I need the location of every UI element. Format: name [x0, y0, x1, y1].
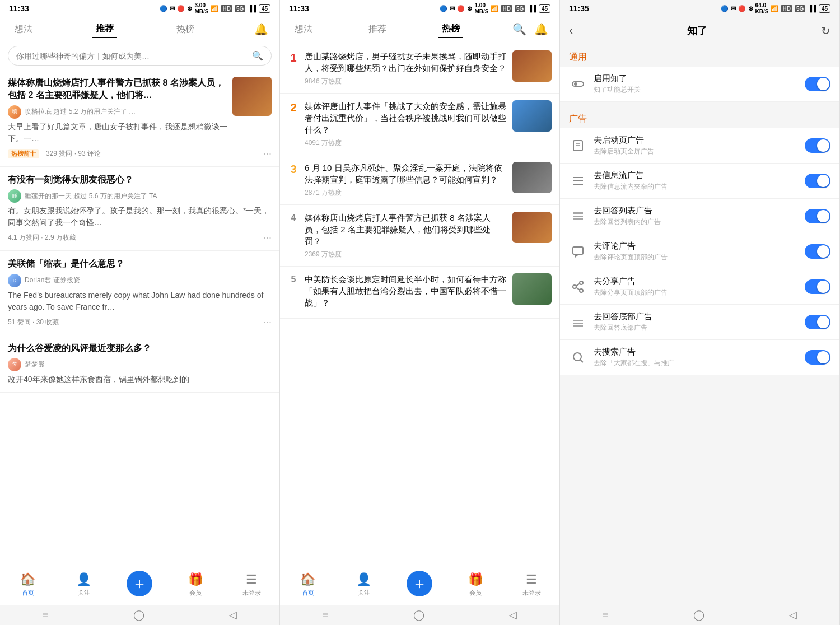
- tab-profile-1[interactable]: ☰ 未登录: [237, 572, 265, 597]
- nav-ideas-1[interactable]: 想法: [11, 21, 36, 38]
- nav-recommend-2[interactable]: 推荐: [365, 21, 390, 38]
- search-icon-2[interactable]: 🔍: [512, 22, 526, 36]
- settings-startup-ad[interactable]: 去启动页广告 去除启动页全屏广告: [560, 128, 839, 164]
- time-1: 11:33: [9, 4, 29, 13]
- tab-home-label-1: 首页: [22, 589, 34, 597]
- svg-point-14: [573, 285, 576, 288]
- feed-author-row-1: 喷 喷格拉底 超过 5.2 万的用户关注了 …: [8, 105, 228, 119]
- answer-list-ad-toggle[interactable]: [805, 209, 830, 223]
- nav-home-circle-3[interactable]: ◯: [693, 609, 704, 621]
- hot-item-3[interactable]: 3 6 月 10 日吴亦凡强奸、聚众淫乱一案开庭，法院将依法择期宣判，庭审透露了…: [280, 155, 559, 205]
- share-ad-text: 去分享广告 去除分享页面顶部的广告: [594, 276, 798, 297]
- member-icon-1: 🎁: [188, 572, 203, 587]
- nav-home-circle-1[interactable]: ◯: [133, 609, 144, 621]
- feed-item-3[interactable]: 美联储「缩表」是什么意思？ D Dorian君 证券投资 The Fed's b…: [0, 251, 279, 335]
- toggle-icon: [571, 77, 585, 91]
- hot-item-1[interactable]: 1 唐山某路烧烤店，男子骚扰女子未果挨骂，随即动手打人，将受到哪些惩罚？出门在外…: [280, 44, 559, 94]
- settings-enable[interactable]: 启用知了 知了功能总开关: [560, 67, 839, 102]
- tab-member-1[interactable]: 🎁 会员: [181, 572, 209, 597]
- settings-answer-list-ad[interactable]: 去回答列表广告 去除回答列表内的广告: [560, 199, 839, 234]
- plus-btn-1[interactable]: ＋: [127, 571, 152, 596]
- tab-home-2[interactable]: 🏠 首页: [294, 572, 322, 597]
- author-3: Dorian君 证券投资: [25, 276, 80, 285]
- comment-ad-toggle[interactable]: [805, 244, 830, 259]
- 5g-badge-2: 5G: [515, 5, 525, 12]
- status-bar-2: 11:33 🔵 ✉ 🔴 ⊛ 1.00MB/S 📶 HD 5G ▐▐ 45: [280, 0, 559, 16]
- nav-menu-3[interactable]: ≡: [603, 609, 609, 621]
- settings-answer-bottom-ad[interactable]: 去回答底部广告 去除回答底部广告: [560, 305, 839, 340]
- feed-more-2[interactable]: ···: [263, 232, 272, 244]
- bell-icon-1[interactable]: 🔔: [254, 22, 268, 36]
- feed-title-1: 媒体称唐山烧烤店打人事件警方已抓获 8 名涉案人员，包括 2 名主要犯罪嫌疑人，…: [8, 77, 228, 102]
- tab-profile-label-1: 未登录: [242, 589, 261, 597]
- hot-item-2[interactable]: 2 媒体评唐山打人事件「挑战了大众的安全感，需让施暴者付出沉重代价」，当社会秩序…: [280, 94, 559, 155]
- nav-hot-1[interactable]: 热榜: [173, 21, 198, 38]
- nav-home-circle-2[interactable]: ◯: [413, 609, 424, 621]
- tab-follow-1[interactable]: 👤 关注: [70, 572, 98, 597]
- nav-back-1[interactable]: ◁: [229, 609, 237, 621]
- status-icons-2: 🔵 ✉ 🔴 ⊛ 1.00MB/S 📶 HD 5G ▐▐ 45: [440, 2, 550, 15]
- comment-ad-title: 去评论广告: [594, 241, 798, 251]
- nav-recommend-1[interactable]: 推荐: [92, 21, 117, 38]
- nav-hot-2[interactable]: 热榜: [438, 21, 463, 38]
- enable-title: 启用知了: [594, 73, 798, 84]
- answer-bottom-ad-toggle[interactable]: [805, 315, 830, 329]
- hot-item-4[interactable]: 4 媒体称唐山烧烤店打人事件警方已抓获 8 名涉案人员，包括 2 名主要犯罪嫌疑…: [280, 205, 559, 267]
- back-icon[interactable]: ‹: [569, 24, 573, 38]
- nav-bar-3: ≡ ◯ ◁: [560, 605, 839, 625]
- feed-item-2[interactable]: 有没有一刻觉得女朋友很恶心？ 睡 睡莲开的那一天 超过 5.6 万的用户关注了 …: [0, 167, 279, 251]
- nav-back-3[interactable]: ◁: [789, 609, 797, 621]
- settings-feed-ad[interactable]: 去信息流广告 去除信息流内夹杂的广告: [560, 164, 839, 199]
- search-icon-1[interactable]: 🔍: [252, 50, 263, 61]
- tab-member-2[interactable]: 🎁 会员: [461, 572, 489, 597]
- excerpt-2: 有。女朋友跟我说她怀孕了。孩子是我的。那一刻，我真的很恶心。*一天，同事突然问了…: [8, 205, 272, 228]
- share-ad-toggle[interactable]: [805, 279, 830, 294]
- tab-follow-label-2: 关注: [358, 589, 370, 597]
- answer-bottom-ad-text: 去回答底部广告 去除回答底部广告: [594, 311, 798, 333]
- tab-plus-1[interactable]: ＋: [125, 571, 153, 599]
- nav-back-2[interactable]: ◁: [509, 609, 517, 621]
- nav-bar-2: ≡ ◯ ◁: [280, 605, 559, 625]
- feed-more-1[interactable]: ···: [263, 148, 272, 160]
- feed-item-4[interactable]: 为什么谷爱凌的风评最近变那么多？ 梦 梦梦熊 改开40年来像她这样东食西宿，锅里…: [0, 335, 279, 393]
- tab-profile-2[interactable]: ☰ 未登录: [517, 572, 545, 597]
- hot-thumb-2: [512, 100, 552, 132]
- feed-more-3[interactable]: ···: [263, 316, 272, 328]
- feed-ad-subtitle: 去除信息流内夹杂的广告: [594, 182, 798, 192]
- settings-top-nav: ‹ 知了 ↻: [560, 16, 839, 46]
- wifi-signal-2: 📶: [491, 5, 498, 12]
- 5g-badge-3: 5G: [795, 5, 805, 12]
- tab-plus-2[interactable]: ＋: [405, 571, 433, 599]
- settings-comment-ad[interactable]: 去评论广告 去除评论页面顶部的广告: [560, 234, 839, 269]
- settings-share-ad[interactable]: 去分享广告 去除分享页面顶部的广告: [560, 269, 839, 305]
- signal-bars: ▐▐: [248, 5, 256, 12]
- wifi-icon-3: 🔵: [721, 5, 729, 12]
- search-ad-toggle[interactable]: [805, 350, 830, 365]
- nav-ideas-2[interactable]: 想法: [291, 21, 316, 38]
- status-bar-3: 11:35 🔵 ✉ 🔴 ⊛ 64.0KB/S 📶 HD 5G ▐▐ 45: [560, 0, 839, 16]
- enable-toggle[interactable]: [805, 77, 830, 91]
- feed-item-1[interactable]: 媒体称唐山烧烤店打人事件警方已抓获 8 名涉案人员，包括 2 名主要犯罪嫌疑人，…: [0, 70, 279, 167]
- avatar-4: 梦: [8, 358, 21, 371]
- search-input-1[interactable]: [16, 52, 252, 60]
- feed-ad-toggle[interactable]: [805, 174, 830, 188]
- thumb-img-4: [512, 212, 552, 243]
- rank-4: 4: [288, 213, 299, 223]
- bell-icon-2[interactable]: 🔔: [534, 22, 548, 36]
- feed-ad-text: 去信息流广告 去除信息流内夹杂的广告: [594, 170, 798, 192]
- feed-thumb-1: [232, 77, 272, 116]
- feed-author-row-2: 睡 睡莲开的那一天 超过 5.6 万的用户关注了 TA: [8, 189, 272, 203]
- plus-btn-2[interactable]: ＋: [407, 571, 432, 596]
- nav-menu-2[interactable]: ≡: [323, 609, 329, 621]
- hot-item-5[interactable]: 5 中美防长会谈比原定时间延长半小时，如何看待中方称「如果有人胆敢把台湾分裂出去…: [280, 267, 559, 319]
- hot-content-1: 唐山某路烧烤店，男子骚扰女子未果挨骂，随即动手打人，将受到哪些惩罚？出门在外如何…: [305, 50, 507, 86]
- tab-home-1[interactable]: 🏠 首页: [14, 572, 42, 597]
- panel-recommend: 11:33 🔵 ✉ 🔴 ⊛ 3.00MB/S 📶 HD 5G ▐▐ 45 想法 …: [0, 0, 280, 625]
- nav-menu-1[interactable]: ≡: [43, 609, 49, 621]
- tab-follow-2[interactable]: 👤 关注: [350, 572, 378, 597]
- settings-search-ad[interactable]: 去搜索广告 去除「大家都在搜」与推广: [560, 340, 839, 375]
- startup-ad-subtitle: 去除启动页全屏广告: [594, 147, 798, 156]
- excerpt-3: The Fed's bureaucrats merely copy what J…: [8, 290, 272, 313]
- refresh-icon[interactable]: ↻: [821, 24, 830, 38]
- startup-ad-toggle[interactable]: [805, 138, 830, 153]
